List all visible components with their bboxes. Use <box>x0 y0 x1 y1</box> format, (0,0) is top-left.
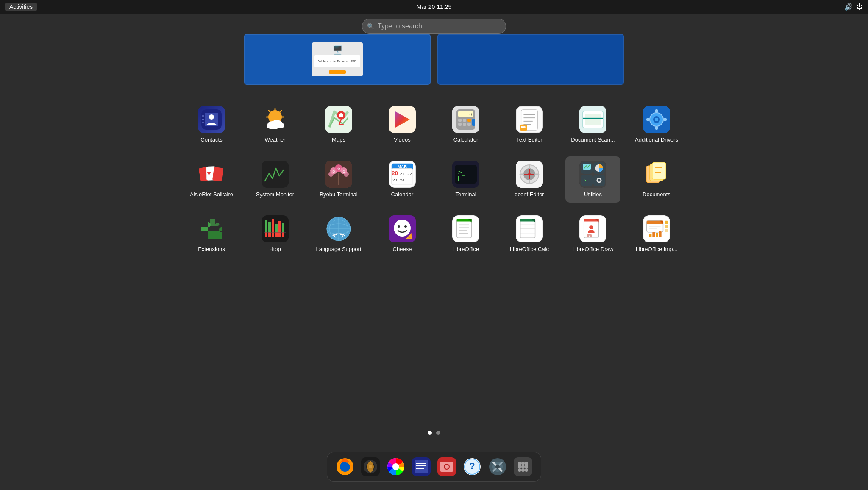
window-preview-2[interactable] <box>437 34 624 85</box>
libreoffice-icon <box>452 215 479 242</box>
svg-rect-4 <box>202 119 204 120</box>
svg-rect-153 <box>652 232 655 237</box>
byobu-label: Byobu Terminal <box>320 191 357 198</box>
terminal-icon: >_ <box>452 161 479 188</box>
svg-rect-5 <box>202 122 204 123</box>
svg-point-182 <box>495 465 500 469</box>
app-lo-calc[interactable]: LibreOffice Calc <box>502 211 557 257</box>
svg-rect-21 <box>458 119 462 122</box>
svg-rect-3 <box>202 115 204 117</box>
app-contacts[interactable]: Contacts <box>184 102 239 148</box>
svg-text:>_: >_ <box>584 178 589 183</box>
svg-text:?: ? <box>469 461 475 471</box>
svg-point-2 <box>209 114 214 120</box>
app-weather[interactable]: Weather <box>248 102 303 148</box>
svg-rect-23 <box>467 119 471 122</box>
svg-rect-108 <box>278 221 281 232</box>
svg-rect-112 <box>272 232 274 237</box>
app-extensions[interactable]: Extensions <box>184 211 239 257</box>
svg-point-125 <box>398 225 400 228</box>
solitaire-icon: ♥ <box>198 161 225 188</box>
search-container: 🔍 <box>362 19 506 34</box>
lo-calc-label: LibreOffice Calc <box>510 246 549 253</box>
svg-rect-130 <box>457 219 472 238</box>
videos-icon <box>389 106 416 133</box>
lo-draw-label: LibreOffice Draw <box>573 246 614 253</box>
app-sys-monitor[interactable]: System Monitor <box>248 156 303 203</box>
htop-label: Htop <box>269 246 281 253</box>
app-lo-draw[interactable]: LibreOffice Draw <box>565 211 620 257</box>
dock-firefox[interactable] <box>334 456 356 478</box>
svg-point-126 <box>404 225 407 228</box>
app-grid: Contacts Weather <box>182 102 686 257</box>
app-libreoffice[interactable]: LibreOffice <box>438 211 493 257</box>
app-text-editor[interactable]: ✏ Text Editor <box>502 102 557 148</box>
app-lang-support[interactable]: Language Support <box>311 211 366 257</box>
sys-monitor-icon <box>262 161 289 188</box>
app-documents[interactable]: Documents <box>629 156 684 203</box>
svg-point-184 <box>518 462 521 465</box>
svg-text:24: 24 <box>400 178 405 182</box>
svg-rect-155 <box>659 231 662 237</box>
system-icons: 🔊 ⏻ <box>844 3 863 11</box>
app-lo-impress[interactable]: LibreOffice Imp... <box>629 211 684 257</box>
svg-rect-147 <box>649 226 661 227</box>
volume-icon[interactable]: 🔊 <box>844 3 853 11</box>
power-icon[interactable]: ⏻ <box>856 3 863 11</box>
svg-text:21: 21 <box>400 171 405 176</box>
svg-point-10 <box>267 123 280 129</box>
svg-rect-113 <box>275 232 278 237</box>
dock-rhythmbox[interactable] <box>359 456 381 478</box>
doc-scanner-label: Document Scan... <box>571 136 615 144</box>
svg-text:✿: ✿ <box>342 170 345 173</box>
app-add-drivers[interactable]: Additional Drivers <box>629 102 684 148</box>
app-calculator[interactable]: 0 Calculator <box>438 102 493 148</box>
svg-point-96 <box>598 179 601 181</box>
lang-support-icon <box>325 215 352 242</box>
app-utilities[interactable]: >_ Utilities <box>565 156 620 203</box>
solitaire-label: AisleRiot Solitaire <box>190 191 233 198</box>
app-dconf[interactable]: dconf Editor <box>502 156 557 203</box>
app-byobu[interactable]: ✿ ✿ ✿ Byobu Terminal <box>311 156 366 203</box>
extensions-icon <box>198 215 225 242</box>
svg-point-192 <box>525 468 528 472</box>
preview-text: Welcome to Rescue USB <box>314 55 360 67</box>
videos-label: Videos <box>394 136 411 144</box>
search-input[interactable] <box>362 19 506 34</box>
activities-button[interactable]: Activities <box>5 3 37 11</box>
lo-impress-icon <box>643 215 670 242</box>
app-htop[interactable]: Htop <box>248 211 303 257</box>
svg-rect-55 <box>338 173 339 185</box>
page-dot-1[interactable] <box>428 431 432 435</box>
dock-inkscape[interactable] <box>385 456 407 478</box>
contacts-label: Contacts <box>200 136 222 144</box>
topbar: Activities Mar 20 11:25 🔊 ⏻ <box>0 0 868 14</box>
svg-rect-47 <box>646 118 650 121</box>
window-preview-1[interactable]: 🖥️ Welcome to Rescue USB <box>244 34 431 85</box>
app-cheese[interactable]: Cheese <box>375 211 430 257</box>
dock-settings[interactable] <box>487 456 509 478</box>
dock-help[interactable]: ? <box>461 456 483 478</box>
app-calendar[interactable]: MAR 20 21 22 23 24 Calendar <box>375 156 430 203</box>
app-solitaire[interactable]: ♥ AisleRiot Solitaire <box>184 156 239 203</box>
svg-point-187 <box>518 465 521 468</box>
app-terminal[interactable]: >_ Terminal <box>438 156 493 203</box>
app-videos[interactable]: Videos <box>375 102 430 148</box>
terminal-label: Terminal <box>455 191 476 198</box>
svg-rect-51 <box>212 167 223 182</box>
svg-point-128 <box>411 234 412 235</box>
svg-text:✿: ✿ <box>332 170 335 173</box>
dock-app-grid[interactable] <box>512 456 534 478</box>
app-doc-scanner[interactable]: Document Scan... <box>565 102 620 148</box>
dock-text-editor[interactable] <box>410 456 432 478</box>
svg-rect-152 <box>649 234 652 237</box>
svg-text:>_: >_ <box>458 169 465 176</box>
page-dot-2[interactable] <box>436 431 440 435</box>
dock-screenshot[interactable] <box>436 456 458 478</box>
svg-rect-45 <box>655 109 658 113</box>
svg-rect-136 <box>520 219 535 238</box>
app-maps[interactable]: Maps <box>311 102 366 148</box>
svg-point-190 <box>518 468 521 472</box>
search-icon: 🔍 <box>367 23 374 30</box>
add-drivers-icon <box>643 106 670 133</box>
